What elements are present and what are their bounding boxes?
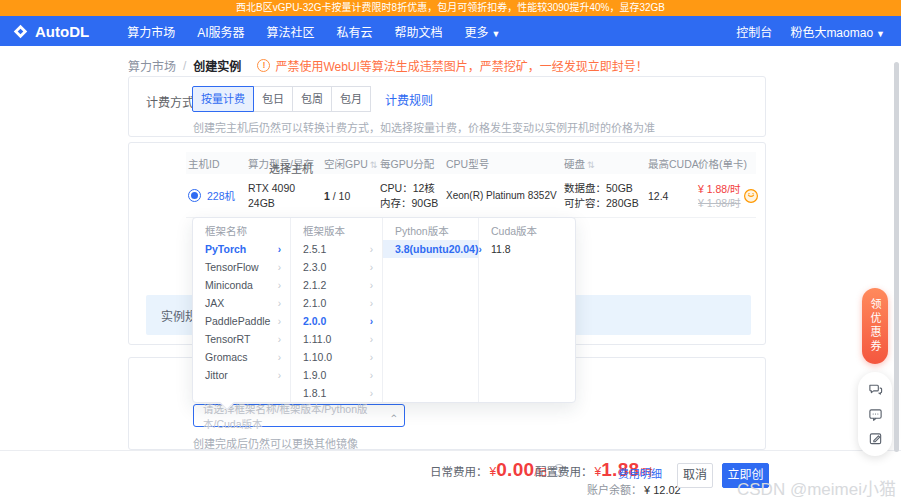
nav-item-market[interactable]: 算力市场 [127,23,175,40]
fee-detail-link[interactable]: 费用明细 [618,465,662,481]
nav-item-docs[interactable]: 帮助文档 [395,23,443,40]
host-row[interactable]: 228机 RTX 4090 24GB 1 / 10 CPU：12核 内存：90G… [186,174,756,218]
version-2-3-0[interactable]: 2.3.0› [291,258,382,276]
chevron-right-icon: › [370,334,373,345]
feedback-icon[interactable] [868,407,883,422]
cpu-alloc: CPU：12核 [380,181,444,196]
col-per-gpu: 每GPU分配 [378,156,444,171]
autodl-logo-icon [12,23,29,40]
chevron-right-icon: › [278,262,281,273]
chevron-down-icon: ▼ [492,29,501,39]
framework-version-header: 框架版本 [291,222,382,240]
autodl-create-instance-page: 西北B区vGPU-32G卡按量计费限时8折优惠，包月可领折扣券，性能较3090提… [0,0,901,500]
framework-version-column: 框架版本 2.5.1› 2.3.0› 2.1.2› 2.1.0› 2.0.0› … [291,218,383,402]
account-balance: 账户余额：¥ 12.02 [587,481,681,497]
chevron-up-icon: › [387,414,399,418]
chevron-right-icon: › [370,280,373,291]
chevron-right-icon: › [370,316,373,327]
chevron-right-icon: › [278,370,281,381]
footer-bar: 日常费用： ¥ 0.00 /日 ? 配置费用： ¥ 1.88 /时 费用明细 账… [0,450,901,500]
billing-rules-link[interactable]: 计费规则 [385,91,433,108]
chevron-right-icon: › [278,352,281,363]
scrollbar[interactable] [894,62,899,452]
billing-option-weekly[interactable]: 包周 [292,86,332,112]
nav-item-more[interactable]: 更多▼ [465,23,501,40]
framework-jax[interactable]: JAX› [193,294,290,312]
host-id-link[interactable]: 228机 [207,188,235,203]
top-nav: AutoDL 算力市场 AI服务器 算法社区 私有云 帮助文档 更多▼ 控制台 … [0,16,901,46]
billing-card: 计费方式： 按量计费 包日 包周 包月 计费规则 创建完主机后仍然可以转换计费方… [128,76,766,137]
breadcrumb: 算力市场 / 创建实例 ! 严禁使用WebUI等算法生成违禁图片，严禁挖矿，一经… [128,57,648,74]
console-link[interactable]: 控制台 [736,23,772,40]
coupon-badge[interactable]: 领优惠券 [862,288,888,364]
billing-option-monthly[interactable]: 包月 [331,86,371,112]
nav-item-private-cloud[interactable]: 私有云 [337,23,373,40]
cpu-model: Xeon(R) Platinum 8352V [444,190,562,201]
version-2-5-1[interactable]: 2.5.1› [291,240,382,258]
version-2-1-2[interactable]: 2.1.2› [291,276,382,294]
balance-value: ¥ 12.02 [644,484,681,496]
python-3-8-ubuntu20-04[interactable]: 3.8(ubuntu20.04)› [383,240,478,258]
sort-icon: ⇅ [587,160,595,170]
col-disk[interactable]: 硬盘⇅ [562,156,646,171]
max-cuda-value: 12.4 [646,190,696,202]
image-hint: 创建完成后仍然可以更换其他镜像 [193,435,358,451]
nav-right: 控制台 粉色大maomao▼ [736,23,885,40]
chevron-right-icon: › [278,244,281,255]
warning-icon: ! [257,59,270,72]
chevron-right-icon: › [370,298,373,309]
sort-icon: ⇅ [370,160,378,170]
data-disk: 数据盘：50GB [564,181,646,196]
cancel-button[interactable]: 取消 [677,463,713,488]
compose-icon[interactable] [868,431,883,446]
framework-gromacs[interactable]: Gromacs› [193,348,290,366]
col-idle-gpu[interactable]: 空闲GPU⇅ [322,156,378,171]
billing-options: 按量计费 包日 包周 包月 计费规则 [192,86,433,112]
billing-option-payg[interactable]: 按量计费 [192,86,254,112]
framework-pytorch[interactable]: PyTorch› [193,240,290,258]
gpu-vram: 24GB [248,196,322,211]
chevron-right-icon: › [278,334,281,345]
create-button[interactable]: 立即创建 [722,463,769,488]
version-2-0-0[interactable]: 2.0.0› [291,312,382,330]
framework-name-header: 框架名称 [193,222,290,240]
framework-jittor[interactable]: Jittor› [193,366,290,384]
framework-tensorflow[interactable]: TensorFlow› [193,258,290,276]
gpu-model: RTX 4090 [248,181,322,196]
chevron-right-icon: › [278,298,281,309]
chevron-right-icon: › [370,352,373,363]
support-widget [858,372,892,456]
warning-notice: ! 严禁使用WebUI等算法生成违禁图片，严禁挖矿，一经发现立即封号！ [257,57,647,74]
user-menu[interactable]: 粉色大maomao▼ [790,23,885,40]
expandable-disk: 可扩容：280GB [564,196,646,211]
nav-item-ai-server[interactable]: AI服务器 [197,23,244,40]
col-max-cuda: 最高CUDA [646,156,696,171]
billing-hint: 创建完主机后仍然可以转换计费方式，如选择按量计费，价格发生变动以实例开机时的价格… [193,119,655,135]
mem-alloc: 内存：90GB [380,196,444,211]
framework-tensorrt[interactable]: TensorRT› [193,330,290,348]
discount-coin-icon [743,188,759,204]
image-dropdown: 框架名称 PyTorch› TensorFlow› Miniconda› JAX… [192,217,576,403]
chat-icon[interactable] [868,382,883,397]
idle-gpu-value: 1 / 10 [322,190,378,202]
nav-item-community[interactable]: 算法社区 [267,23,315,40]
daily-fee-amount: 0.00 [496,459,534,481]
host-radio[interactable] [188,189,201,202]
version-1-9-0[interactable]: 1.9.0› [291,366,382,384]
version-1-8-1[interactable]: 1.8.1› [291,384,382,402]
breadcrumb-parent[interactable]: 算力市场 [128,57,176,74]
brand-name: AutoDL [35,23,89,40]
version-1-10-0[interactable]: 1.10.0› [291,348,382,366]
billing-option-daily[interactable]: 包日 [253,86,293,112]
framework-paddlepaddle[interactable]: PaddlePaddle› [193,312,290,330]
host-section-label: 选择主机 [269,160,313,176]
framework-name-column: 框架名称 PyTorch› TensorFlow› Miniconda› JAX… [193,218,291,402]
version-2-1-0[interactable]: 2.1.0› [291,294,382,312]
cuda-version-header: Cuda版本 [479,222,574,240]
cuda-11-8[interactable]: 11.8 [479,240,574,258]
version-1-11-0[interactable]: 1.11.0› [291,330,382,348]
price-current: ¥ 1.88/时 [698,182,741,196]
python-version-column: Python版本 3.8(ubuntu20.04)› [383,218,479,402]
brand[interactable]: AutoDL [12,23,89,40]
framework-miniconda[interactable]: Miniconda› [193,276,290,294]
